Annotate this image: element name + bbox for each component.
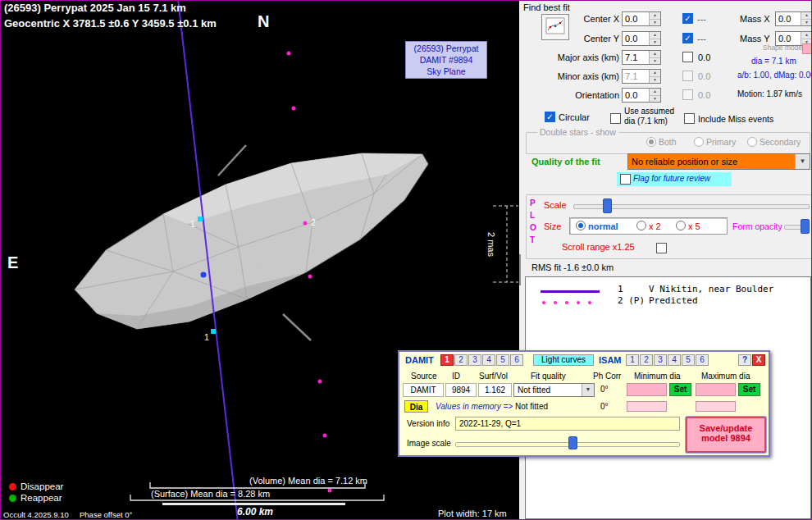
observer-2-name[interactable]: Predicted xyxy=(649,296,698,307)
damit-window[interactable]: DAMIT 1 2 3 4 5 6 Light curves ISAM 1 2 … xyxy=(398,350,770,457)
minor-axis-label: Minor axis (km) xyxy=(536,71,619,82)
image-scale-slider[interactable] xyxy=(455,436,680,449)
spinner-up-icon[interactable]: ▲ xyxy=(650,70,660,77)
shape-model-swatch[interactable] xyxy=(802,43,812,54)
spinner-down-icon[interactable]: ▼ xyxy=(650,58,660,65)
orientation-spinner[interactable]: 0.0 ▲▼ xyxy=(622,88,661,103)
include-miss-checkbox[interactable] xyxy=(684,113,695,124)
predicted-legend-dot xyxy=(577,301,580,304)
use-assumed-checkbox[interactable] xyxy=(610,113,621,124)
damit-tab-1[interactable]: 1 xyxy=(440,354,454,366)
minor-axis-spinner[interactable]: 7.1 ▲▼ xyxy=(622,69,661,84)
mass-x-value[interactable]: 0.0 xyxy=(776,12,801,25)
damit-tab-6[interactable]: 6 xyxy=(510,354,523,366)
spinner-up-icon[interactable]: ▲ xyxy=(650,32,660,39)
motion-note: Motion: 1.87 km/s xyxy=(737,89,802,99)
center-y-spinner[interactable]: 0.0 ▲▼ xyxy=(622,31,661,46)
save-update-button[interactable]: Save/update model 9894 xyxy=(686,417,766,453)
scroll-range-checkbox[interactable] xyxy=(656,243,667,253)
ph-corr-value: 0° xyxy=(600,385,609,395)
chord-2-label: 2 xyxy=(311,217,316,227)
spinner-up-icon[interactable]: ▲ xyxy=(650,89,660,96)
isam-tab-5[interactable]: 5 xyxy=(682,354,695,366)
isam-tab-4[interactable]: 4 xyxy=(668,354,681,366)
size-normal-radio[interactable] xyxy=(576,221,586,230)
chord-1-label: 1 xyxy=(204,332,209,342)
orientation-checkbox[interactable] xyxy=(682,89,693,100)
chevron-down-icon[interactable]: ▼ xyxy=(582,384,594,396)
center-x-checkbox[interactable]: ✓ xyxy=(682,13,693,24)
size-x5-radio[interactable] xyxy=(676,221,686,230)
min-dia-set-button[interactable]: Set xyxy=(669,383,691,396)
predicted-legend-dot xyxy=(554,301,557,304)
slider-track[interactable] xyxy=(455,442,680,447)
model-center-dot xyxy=(201,272,207,278)
max-dia-field[interactable] xyxy=(696,383,736,396)
isam-tab-2[interactable]: 2 xyxy=(640,354,653,366)
max-dia-set-button[interactable]: Set xyxy=(738,383,760,396)
isam-tab-3[interactable]: 3 xyxy=(654,354,667,366)
spinner-down-icon[interactable]: ▼ xyxy=(650,39,660,46)
slider-thumb[interactable] xyxy=(801,219,810,234)
spin-axis-tick-upper xyxy=(218,145,246,176)
double-both-radio[interactable] xyxy=(646,137,656,147)
observer-1-name[interactable]: V Nikitin, near Boulder xyxy=(649,285,773,295)
damit-tab-4[interactable]: 4 xyxy=(482,354,495,366)
close-button[interactable]: X xyxy=(752,354,765,366)
disappear-dot-icon xyxy=(9,483,16,490)
version-info-field[interactable]: 2022-11-29, Q=1 xyxy=(455,417,680,431)
help-button[interactable]: ? xyxy=(738,354,751,366)
spin-axis-tick-lower xyxy=(283,314,311,340)
chevron-down-icon[interactable]: ▼ xyxy=(795,154,810,169)
double-stars-caption: Double stars - show xyxy=(537,127,618,137)
fit-quality-dropdown[interactable]: Not fitted ▼ xyxy=(513,383,595,397)
center-x-value[interactable]: 0.0 xyxy=(623,12,649,25)
form-opacity-slider[interactable] xyxy=(784,219,810,234)
mass-x-spinner[interactable]: 0.0 ▲▼ xyxy=(775,11,812,26)
light-curves-button[interactable]: Light curves xyxy=(533,354,594,366)
quality-label: Quality of the fit xyxy=(531,157,600,167)
spinner-down-icon[interactable]: ▼ xyxy=(650,20,660,26)
volume-mean-dia: (Volume) Mean dia = 7.12 km xyxy=(203,476,367,486)
spinner-up-icon[interactable]: ▲ xyxy=(801,12,812,20)
size-x2-radio[interactable] xyxy=(636,221,646,230)
major-axis-alt: 0.0 xyxy=(698,52,710,63)
double-secondary-radio[interactable] xyxy=(747,137,757,147)
dia-button[interactable]: Dia xyxy=(404,400,428,413)
panel-splitter[interactable] xyxy=(519,254,521,285)
scale-slider[interactable] xyxy=(573,198,810,213)
orientation-value[interactable]: 0.0 xyxy=(623,89,649,102)
double-both-label: Both xyxy=(659,137,677,147)
slider-thumb[interactable] xyxy=(568,436,577,449)
center-y-checkbox[interactable]: ✓ xyxy=(682,33,693,43)
header-ph-corr: Ph Corr xyxy=(593,372,621,381)
double-primary-radio[interactable] xyxy=(694,137,704,147)
minor-axis-checkbox[interactable] xyxy=(682,71,693,81)
major-axis-value[interactable]: 7.1 xyxy=(623,51,649,64)
observer-2-num[interactable]: 2 (P) xyxy=(618,296,645,307)
center-y-value[interactable]: 0.0 xyxy=(623,32,649,45)
min-dia-field[interactable] xyxy=(627,383,667,396)
isam-tab-6[interactable]: 6 xyxy=(696,354,709,366)
major-axis-checkbox[interactable] xyxy=(682,52,693,62)
damit-tab-5[interactable]: 5 xyxy=(496,354,509,366)
spinner-down-icon[interactable]: ▼ xyxy=(801,20,812,26)
minor-axis-value[interactable]: 7.1 xyxy=(623,70,649,83)
center-x-spinner[interactable]: 0.0 ▲▼ xyxy=(622,11,661,26)
slider-thumb[interactable] xyxy=(603,198,612,213)
flag-review-checkbox[interactable] xyxy=(620,174,631,185)
circular-checkbox[interactable]: ✓ xyxy=(545,112,555,122)
isam-tab-1[interactable]: 1 xyxy=(626,354,639,366)
spinner-up-icon[interactable]: ▲ xyxy=(801,32,812,39)
major-axis-spinner[interactable]: 7.1 ▲▼ xyxy=(622,50,661,65)
spinner-up-icon[interactable]: ▲ xyxy=(650,51,660,58)
quality-dropdown[interactable]: No reliable position or size ▼ xyxy=(627,153,810,170)
center-y-dash: --- xyxy=(697,34,706,44)
spinner-down-icon[interactable]: ▼ xyxy=(650,96,660,103)
surfvol-cell: 1.162 xyxy=(478,383,512,397)
spinner-up-icon[interactable]: ▲ xyxy=(650,12,660,20)
damit-tab-2[interactable]: 2 xyxy=(454,354,468,366)
observer-1-num[interactable]: 1 xyxy=(618,285,623,295)
spinner-down-icon[interactable]: ▼ xyxy=(650,77,660,84)
damit-tab-3[interactable]: 3 xyxy=(468,354,481,366)
